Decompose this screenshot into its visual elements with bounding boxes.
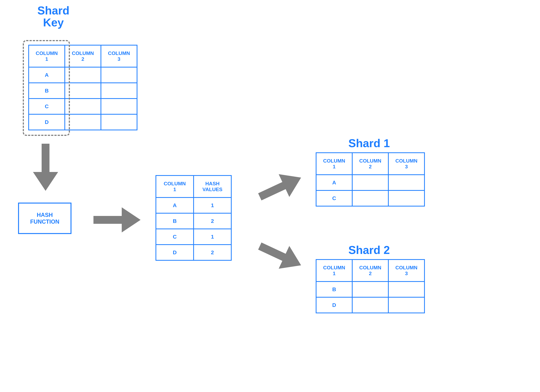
source-col2-header: COLUMN 2 [65, 45, 101, 67]
source-cell-empty [65, 99, 101, 114]
arrow-right-icon [94, 207, 144, 233]
shard1-cell-empty [388, 175, 425, 190]
shard2-table: COLUMN 1 COLUMN 2 COLUMN 3 B D [316, 259, 425, 313]
shard1-title: Shard 1 [330, 137, 408, 149]
table-row: A [316, 175, 425, 190]
shard2-cell-empty [352, 297, 388, 313]
hash-val: 2 [194, 245, 231, 260]
arrow-downright-icon [258, 240, 305, 272]
hash-key: A [156, 198, 194, 213]
shard2-cell-empty [388, 282, 425, 297]
table-row: C 1 [156, 229, 231, 245]
source-cell-empty [65, 83, 101, 99]
source-cell-empty [101, 114, 137, 130]
hash-col1-header: COLUMN 1 [156, 176, 194, 198]
shard2-cell-empty [352, 282, 388, 297]
hash-key: B [156, 213, 194, 229]
table-row: D 2 [156, 245, 231, 260]
shard1-col2-header: COLUMN 2 [352, 153, 388, 175]
shard1-cell-empty [388, 190, 425, 206]
source-col3-header: COLUMN 3 [101, 45, 137, 67]
source-cell-empty [65, 67, 101, 83]
shard2-col1-header: COLUMN 1 [316, 260, 352, 282]
shard-key-highlight [23, 40, 70, 136]
hash-val: 1 [194, 229, 231, 245]
shard2-col2-header: COLUMN 2 [352, 260, 388, 282]
shard1-cell-empty [352, 190, 388, 206]
shard-key-title: Shard Key [26, 5, 81, 28]
shard1-col3-header: COLUMN 3 [388, 153, 425, 175]
source-cell-empty [101, 99, 137, 114]
hash-key: C [156, 229, 194, 245]
shard2-col3-header: COLUMN 3 [388, 260, 425, 282]
hash-key: D [156, 245, 194, 260]
shard1-table: COLUMN 1 COLUMN 2 COLUMN 3 A C [316, 152, 425, 207]
hash-val: 2 [194, 213, 231, 229]
shard2-cell-empty [388, 297, 425, 313]
table-row: D [316, 297, 425, 313]
source-cell-empty [101, 67, 137, 83]
shard1-cell-empty [352, 175, 388, 190]
shard2-cell: D [316, 297, 352, 313]
hash-function-box: HASH FUNCTION [18, 203, 71, 234]
shard2-title: Shard 2 [330, 244, 408, 256]
table-row: C [316, 190, 425, 206]
source-cell-empty [65, 114, 101, 130]
hash-table: COLUMN 1 HASH VALUES A 1 B 2 C 1 D 2 [155, 175, 232, 261]
hash-val: 1 [194, 198, 231, 213]
hash-values-header: HASH VALUES [194, 176, 231, 198]
table-row: B 2 [156, 213, 231, 229]
table-row: A 1 [156, 198, 231, 213]
arrow-down-icon [33, 144, 58, 194]
source-cell-empty [101, 83, 137, 99]
table-row: B [316, 282, 425, 297]
shard1-cell: A [316, 175, 352, 190]
shard2-cell: B [316, 282, 352, 297]
arrow-upright-icon [258, 171, 305, 203]
shard1-cell: C [316, 190, 352, 206]
shard1-col1-header: COLUMN 1 [316, 153, 352, 175]
